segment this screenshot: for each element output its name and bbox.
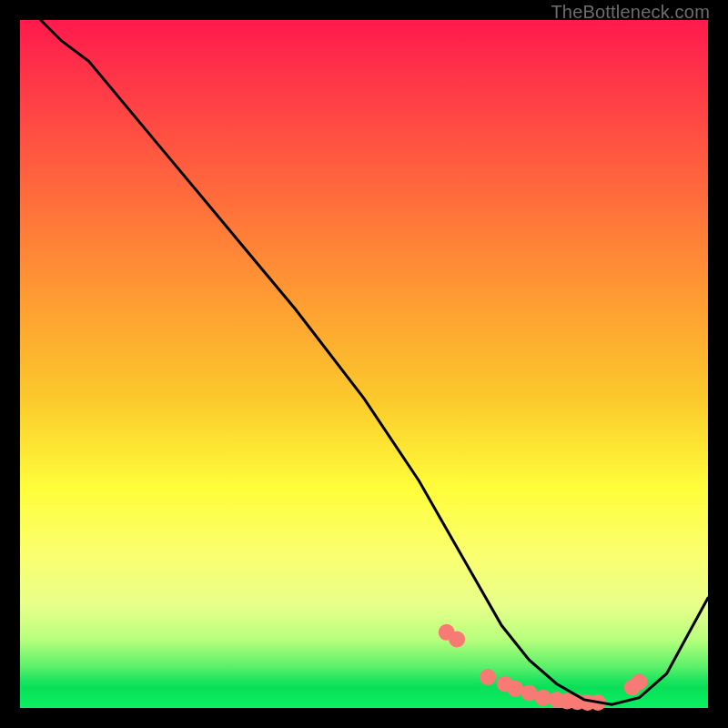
chart-svg <box>20 20 708 708</box>
marker-dot <box>449 631 465 647</box>
watermark-text: TheBottleneck.com <box>551 2 710 23</box>
marker-dot <box>535 690 551 706</box>
marker-dot <box>631 673 647 690</box>
marker-dots <box>439 624 648 711</box>
chart-frame: TheBottleneck.com <box>0 0 728 728</box>
bottleneck-curve <box>41 20 708 704</box>
marker-dot <box>480 669 496 685</box>
